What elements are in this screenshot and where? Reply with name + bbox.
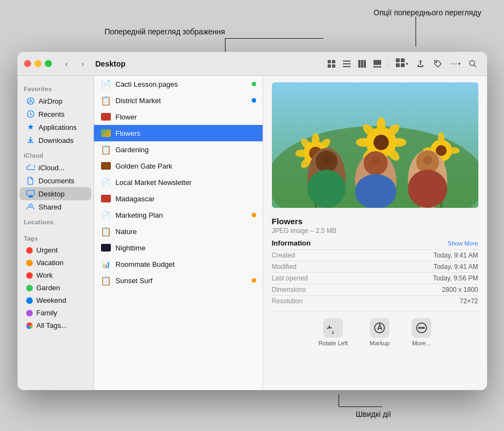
file-item-nighttime[interactable]: Nighttime [94,240,263,256]
share-button[interactable] [413,56,428,71]
resolution-value: 72×72 [460,297,478,305]
show-more-button[interactable]: Show More [448,240,478,247]
svg-point-19 [470,61,475,65]
work-dot [26,272,33,279]
tag-button[interactable] [430,56,446,71]
work-label: Work [37,271,85,279]
view-list-button[interactable] [340,57,353,70]
nighttime-icon [100,242,111,253]
sidebar-item-applications[interactable]: Applications [20,121,91,134]
search-button[interactable] [465,56,481,71]
file-list: 📄 Cacti Lesson.pages 📋 District Market F… [94,76,263,390]
info-row-dimensions: Dimensions 2800 x 1800 [272,284,478,295]
file-item-flowers[interactable]: Flowers [94,125,263,141]
recents-label: Recents [39,110,85,118]
preview-options-annotation: Опції попереднього перегляду [373,8,482,17]
file-item-flower[interactable]: Flower [94,109,263,125]
info-header: Information Show More [272,239,478,247]
sidebar-item-all-tags[interactable]: All Tags... [20,319,91,332]
file-item-local-market[interactable]: 📄 Local Market Newsletter [94,174,263,190]
sidebar-item-tag-family[interactable]: Family [20,307,91,319]
more-actions-label: More... [412,340,431,346]
file-item-nature[interactable]: 📋 Nature [94,223,263,240]
svg-rect-13 [379,66,381,68]
rotate-left-button[interactable]: Rotate Left [318,318,348,346]
preview-meta: JPEG image – 2.5 MB [272,227,478,235]
more-icon: ··· [450,59,457,69]
urgent-dot [26,247,33,254]
sidebar-item-desktop[interactable]: Desktop [20,187,91,200]
sidebar-item-shared[interactable]: Shared [20,200,91,213]
rotate-left-icon [323,318,343,338]
last-opened-value: Today, 9:56 PM [433,274,478,282]
family-label: Family [37,309,85,317]
file-item-marketing[interactable]: 📄 Marketing Plan [94,207,263,223]
garden-label: Garden [37,284,85,292]
marketing-dot [252,213,256,217]
svg-point-67 [408,170,447,208]
file-item-sunset[interactable]: 📋 Sunset Surf [94,272,263,289]
file-item-district[interactable]: 📋 District Market [94,92,263,109]
golden-gate-icon [100,160,111,171]
madagascar-name: Madagascar [116,195,256,203]
file-item-roommate[interactable]: 📊 Roommate Budget [94,256,263,272]
vacation-label: Vacation [37,259,85,267]
markup-button[interactable]: Markup [370,318,390,346]
more-actions-button[interactable]: More... [412,318,431,346]
markup-icon [370,318,389,338]
view-columns-button[interactable] [355,57,369,70]
file-item-cacti[interactable]: 📄 Cacti Lesson.pages [94,76,263,92]
markup-label: Markup [370,340,390,346]
tags-label: Tags [17,230,93,244]
svg-rect-4 [343,61,351,62]
locations-label: Locations [17,213,93,228]
marketing-icon: 📄 [100,209,111,220]
minimize-button[interactable] [34,60,41,67]
local-market-name: Local Market Newsletter [116,178,256,187]
svg-point-32 [312,133,319,146]
view-grid-button[interactable] [325,57,338,70]
sidebar-item-tag-work[interactable]: Work [20,269,91,282]
maximize-button[interactable] [45,60,52,67]
created-key: Created [272,252,295,259]
sidebar-item-documents[interactable]: Documents [20,174,91,187]
dimensions-value: 2800 x 1800 [442,286,478,294]
more-button[interactable]: ··· ▾ [448,58,463,70]
sidebar-item-recents[interactable]: Recents [20,107,91,121]
nature-icon: 📋 [100,226,111,237]
resolution-key: Resolution [272,297,303,305]
sidebar-item-tag-weekend[interactable]: Weekend [20,294,91,307]
close-button[interactable] [24,60,31,67]
airdrop-label: AirDrop [39,97,85,105]
forward-button[interactable]: › [77,58,89,70]
svg-point-18 [436,62,437,63]
sidebar-item-airdrop[interactable]: AirDrop [20,94,91,107]
preview-panel: Flowers JPEG image – 2.5 MB Information … [263,76,487,390]
sidebar-item-tag-urgent[interactable]: Urgent [20,244,91,256]
file-item-golden-gate[interactable]: Golden Gate Park [94,158,263,174]
svg-point-55 [448,147,460,154]
golden-gate-name: Golden Gate Park [116,162,256,170]
desktop-icon [26,189,35,198]
annotation-line-preview-image [225,38,226,52]
back-button[interactable]: ‹ [61,58,73,70]
path-label: Desktop [96,59,321,68]
file-item-gardening[interactable]: 📋 Gardening [94,141,263,158]
group-button[interactable]: ▾ [393,57,411,71]
madagascar-icon [100,193,111,204]
preview-filename: Flowers [272,217,478,226]
applications-label: Applications [39,123,85,131]
sidebar-item-tag-vacation[interactable]: Vacation [20,256,91,269]
info-row-modified: Modified Today, 9:41 AM [272,261,478,272]
file-item-madagascar[interactable]: Madagascar [94,190,263,207]
sidebar-item-icloud[interactable]: iCloud... [20,161,91,174]
view-gallery-button[interactable] [371,57,384,70]
vacation-dot [26,260,33,266]
sidebar-item-tag-garden[interactable]: Garden [20,282,91,294]
svg-rect-14 [396,58,400,62]
svg-rect-7 [358,60,360,68]
downloads-icon [26,136,35,145]
sidebar-item-downloads[interactable]: Downloads [20,134,91,147]
svg-point-27 [29,204,32,207]
svg-rect-1 [332,60,335,63]
